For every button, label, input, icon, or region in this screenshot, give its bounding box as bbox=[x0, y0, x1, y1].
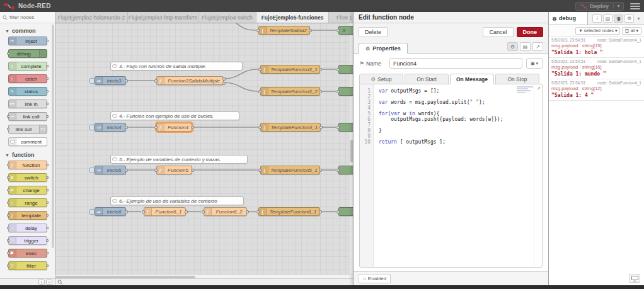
palette-collapse-all-button[interactable]: ∧ bbox=[38, 280, 45, 285]
output-port[interactable] bbox=[46, 90, 49, 93]
palette-node-link-in[interactable]: ⊶link in bbox=[8, 99, 47, 108]
delete-button[interactable]: Delete bbox=[359, 27, 388, 37]
output-port[interactable] bbox=[46, 214, 49, 217]
output-port[interactable] bbox=[46, 239, 49, 242]
output-port[interactable] bbox=[46, 103, 49, 105]
input-port[interactable] bbox=[256, 210, 260, 213]
tab-setup[interactable]: ⚙Setup bbox=[359, 74, 403, 84]
help-tab-button[interactable]: ▤ bbox=[603, 14, 612, 23]
output-port[interactable] bbox=[46, 227, 49, 229]
output-port[interactable] bbox=[46, 77, 49, 80]
output-port[interactable] bbox=[319, 169, 322, 172]
node-Inicio4[interactable]: ⇒Inicio4 bbox=[95, 123, 126, 132]
deploy-button[interactable]: Deploy ▼ bbox=[575, 2, 624, 11]
palette-node-complete[interactable]: !complete bbox=[8, 62, 47, 71]
output-port[interactable] bbox=[246, 210, 249, 213]
output-port[interactable] bbox=[319, 126, 323, 129]
node-Funcion5[interactable]: ƒFuncion5 bbox=[156, 166, 192, 174]
node-TemplateFuncion4_1[interactable]: {TemplateFuncion4_1 bbox=[260, 123, 321, 132]
palette-node-filter[interactable]: ▽filter bbox=[8, 261, 47, 270]
palette-node-switch[interactable]: ≷switch bbox=[8, 173, 47, 182]
node-comment-6[interactable]: 6.- Ejemplo de uso de variables de conte… bbox=[110, 196, 244, 205]
node-Funcion3SalidaMultiple[interactable]: ƒFuncion3SalidaMultiple bbox=[156, 76, 224, 85]
output-port[interactable] bbox=[46, 264, 49, 267]
input-port[interactable] bbox=[7, 52, 9, 55]
deploy-options-caret[interactable]: ▼ bbox=[613, 4, 623, 8]
debug-filter-button[interactable]: ▼ selected nodes ▾ bbox=[575, 27, 621, 35]
input-port[interactable] bbox=[256, 29, 260, 32]
palette-node-link-call[interactable]: ⊶link call bbox=[8, 112, 47, 121]
palette-node-inject[interactable]: ⇒inject bbox=[8, 37, 47, 45]
editor-code[interactable]: var outputMsgs = []; var words = msg.pay… bbox=[374, 84, 542, 267]
palette-node-exec[interactable]: ✱exec bbox=[8, 249, 47, 258]
output-port[interactable] bbox=[46, 40, 49, 42]
node-Funcion4[interactable]: ƒFuncion4 bbox=[156, 123, 192, 132]
output-port[interactable] bbox=[319, 210, 322, 213]
input-port[interactable] bbox=[7, 227, 9, 229]
debug-clear-button[interactable]: all ▾ bbox=[622, 27, 641, 35]
open-debug-window-button[interactable] bbox=[629, 274, 640, 283]
node-TemplateSalida2[interactable]: {TemplateSalida2 bbox=[258, 26, 310, 35]
node-Inicio6[interactable]: ⇒Inicio6 bbox=[95, 207, 126, 216]
node-salida4-debug[interactable] bbox=[338, 123, 353, 132]
input-port[interactable] bbox=[7, 214, 9, 217]
node-appearance-button[interactable]: ↗ bbox=[532, 42, 543, 51]
input-port[interactable] bbox=[7, 201, 9, 204]
output-port[interactable] bbox=[125, 79, 128, 82]
node-TemplateFuncion3_2[interactable]: {TemplateFuncion3_2 bbox=[260, 87, 320, 96]
node-TemplateFuncion6_1[interactable]: {TemplateFuncion6_1 bbox=[258, 207, 320, 216]
flow-tab-FlujoEjemplo3-http-transform[interactable]: FlujoEjemplo3-http-transform bbox=[128, 12, 198, 23]
input-port[interactable] bbox=[154, 126, 158, 129]
flow-tab-FlujoEjemplo2-holamundo-2[interactable]: FlujoEjemplo2-holamundo-2 bbox=[55, 12, 128, 23]
input-port[interactable] bbox=[336, 210, 340, 213]
inject-button[interactable] bbox=[89, 167, 95, 173]
palette-section-common[interactable]: ▼common bbox=[0, 26, 55, 37]
node-Funcion6_1[interactable]: ƒFuncion6_1 bbox=[144, 207, 186, 216]
tab-debug[interactable]: debug bbox=[549, 12, 588, 25]
flow-tab-Flow 1[interactable]: Flow 1 bbox=[329, 12, 353, 23]
input-port[interactable] bbox=[336, 29, 340, 32]
palette-search[interactable] bbox=[0, 12, 55, 23]
input-port[interactable] bbox=[258, 169, 262, 172]
node-salida2-debug[interactable]: S bbox=[338, 26, 353, 35]
palette-node-delay[interactable]: ◔delay bbox=[8, 224, 47, 232]
palette-scrollbar[interactable] bbox=[52, 25, 54, 248]
enabled-toggle[interactable]: ○ Enabled bbox=[359, 274, 391, 283]
input-port[interactable] bbox=[7, 115, 9, 118]
node-TemplateFuncion3_1[interactable]: {TemplateFuncion3_1 bbox=[260, 65, 320, 74]
output-port[interactable] bbox=[46, 65, 49, 67]
output-port[interactable] bbox=[191, 169, 194, 172]
output-port[interactable] bbox=[185, 210, 188, 213]
input-port[interactable] bbox=[258, 126, 262, 129]
input-port[interactable] bbox=[7, 264, 9, 267]
output-port[interactable] bbox=[125, 169, 128, 172]
palette-node-catch[interactable]: !catch bbox=[8, 74, 47, 83]
palette-node-comment[interactable]: comment bbox=[8, 137, 47, 146]
inject-button[interactable] bbox=[89, 125, 95, 130]
node-description-button[interactable]: ▤ bbox=[520, 42, 531, 51]
output-port[interactable] bbox=[46, 252, 49, 254]
input-port[interactable] bbox=[7, 189, 9, 191]
input-port[interactable] bbox=[336, 68, 340, 71]
input-port[interactable] bbox=[154, 79, 158, 82]
info-tab-button[interactable]: i bbox=[592, 14, 602, 23]
output-port[interactable] bbox=[319, 68, 322, 71]
flow-tab-FujoEjemplo5-funciones[interactable]: FujoEjemplo5-funciones bbox=[256, 12, 329, 23]
input-port[interactable] bbox=[142, 210, 145, 213]
main-menu-button[interactable] bbox=[630, 3, 640, 9]
palette-node-range[interactable]: ↕range bbox=[8, 198, 47, 207]
input-port[interactable] bbox=[258, 90, 262, 93]
canvas-horizontal-scroll-thumb[interactable] bbox=[55, 276, 195, 278]
palette-search-input[interactable] bbox=[9, 14, 47, 20]
inject-button[interactable] bbox=[89, 209, 95, 215]
debug-property[interactable]: msg.payload : string[12] bbox=[551, 86, 641, 91]
input-port[interactable] bbox=[258, 68, 262, 71]
inject-button[interactable] bbox=[89, 78, 95, 84]
input-port[interactable] bbox=[336, 169, 340, 172]
tab-on-start[interactable]: On Start bbox=[405, 74, 449, 84]
tab-on-stop[interactable]: On Stop bbox=[495, 74, 539, 84]
palette-expand-all-button[interactable]: ∨ bbox=[46, 280, 52, 285]
palette-node-change[interactable]: ⇌change bbox=[8, 186, 47, 195]
output-port[interactable] bbox=[319, 90, 322, 93]
output-port[interactable] bbox=[46, 189, 49, 191]
